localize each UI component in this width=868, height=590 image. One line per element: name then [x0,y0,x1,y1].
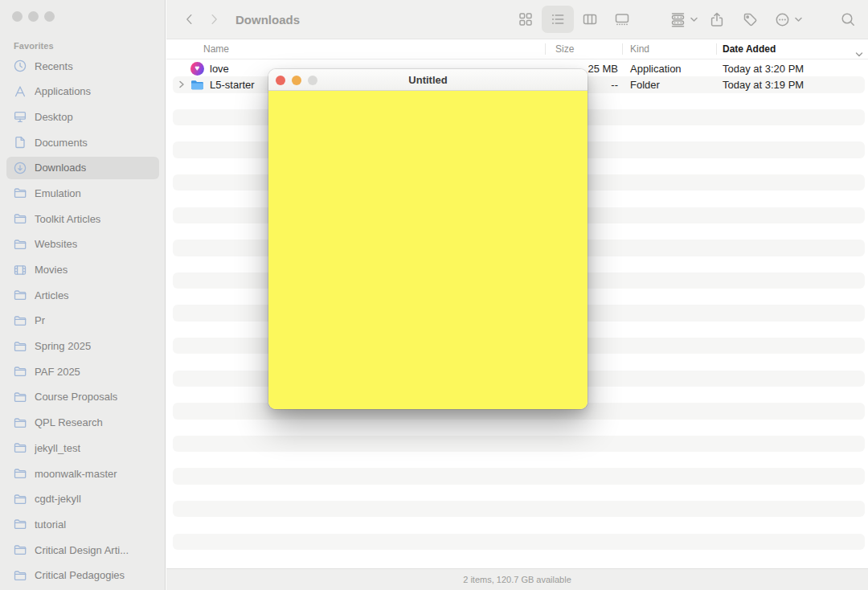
file-name: love [210,63,229,75]
sidebar-item-recents[interactable]: Recents [6,55,159,77]
sidebar-item-label: Applications [35,85,91,97]
sidebar-item-cgdt-jekyll[interactable]: cgdt-jekyll [6,488,159,510]
document-icon [13,135,27,150]
row-stripe [173,468,865,484]
column-divider [716,43,717,55]
sidebar-item-course-proposals[interactable]: Course Proposals [6,386,159,408]
folder-icon [13,313,27,328]
chevron-left-icon [182,12,197,27]
empty-row [166,501,868,517]
status-text: 2 items, 120.7 GB available [463,575,571,584]
close-button[interactable] [276,76,285,85]
applications-icon [13,84,27,99]
column-divider [545,43,546,55]
sidebar-item-label: Course Proposals [35,391,117,403]
sidebar-item-label: tutorial [35,518,66,531]
sidebar-item-emulation[interactable]: Emulation [6,182,159,204]
column-header-kind[interactable]: Kind [622,39,716,59]
zoom-button [308,76,317,85]
sidebar-item-critical-pedagogies[interactable]: Critical Pedagogies [6,564,159,587]
column-view-icon [582,11,598,27]
list-view-button[interactable] [542,6,574,33]
empty-row [166,485,868,501]
folder-icon [13,416,27,430]
forward-button[interactable] [202,7,226,31]
search-button[interactable] [840,6,857,33]
sidebar-item-label: Movies [35,264,68,276]
file-date-added: Today at 3:20 PM [716,60,868,76]
sidebar-item-spring-2025[interactable]: Spring 2025 [6,335,159,358]
sidebar-item-tutorial[interactable]: tutorial [6,513,159,535]
column-header-date-added[interactable]: Date Added [716,39,868,59]
sidebar-item-applications[interactable]: Applications [6,80,159,103]
share-button[interactable] [709,6,725,33]
more-options-icon [774,11,791,28]
folder-icon [13,543,27,557]
empty-row [166,550,868,566]
sidebar-item-websites[interactable]: Websites [6,233,159,256]
folder-icon [13,364,27,379]
sidebar-item-jekyll-test[interactable]: jekyll_test [6,436,159,459]
zoom-button[interactable] [44,11,55,22]
love-app-icon: ♥ [190,62,204,76]
folder-icon [13,288,27,302]
clock-icon [13,59,27,73]
gallery-view-button[interactable] [606,6,638,33]
sticky-note-window[interactable]: Untitled [268,69,588,409]
empty-row [166,436,868,452]
sidebar-item-label: moonwalk-master [35,468,117,480]
sidebar-item-label: Recents [35,60,73,72]
file-kind: Application [622,60,716,76]
close-button[interactable] [12,11,23,22]
empty-row [166,452,868,468]
sidebar-item-documents[interactable]: Documents [6,131,159,154]
sidebar-item-critical-design-arti-[interactable]: Critical Design Arti... [6,539,159,561]
sidebar-item-articles[interactable]: Articles [6,284,159,306]
sidebar-item-label: Websites [35,238,77,250]
minimize-button[interactable] [292,76,301,85]
folder-icon [13,211,27,226]
search-icon [840,11,857,28]
sticky-note-body[interactable] [268,91,588,409]
sidebar-item-label: Spring 2025 [35,340,91,352]
list-column-header: NameSizeKindDate Added [166,39,868,59]
minimize-button[interactable] [28,11,39,22]
sidebar-item-downloads[interactable]: Downloads [6,157,159,179]
column-header-name[interactable]: Name [166,39,545,59]
sidebar-item-qpl-research[interactable]: QPL Research [6,412,159,434]
file-name: L5-starter [210,79,255,91]
sidebar-item-toolkit-articles[interactable]: Toolkit Articles [6,207,159,230]
row-stripe [173,436,865,452]
more-button[interactable] [774,6,802,33]
chevron-down-icon [690,17,698,23]
column-divider [622,43,623,55]
finder-sidebar: Favorites RecentsApplicationsDesktopDocu… [0,0,166,590]
downloads-icon [13,161,27,175]
disclosure-chevron-icon[interactable] [176,80,187,88]
folder-icon [13,568,27,583]
sidebar-section-label: Favorites [14,41,54,51]
sidebar-item-moonwalk-master[interactable]: moonwalk-master [6,462,159,485]
column-header-size[interactable]: Size [545,39,622,59]
folder-icon [13,517,27,531]
group-button[interactable] [669,6,698,33]
sidebar-item-label: Emulation [35,187,81,199]
sort-direction-chevron-icon[interactable] [855,47,863,61]
sidebar-item-label: PAF 2025 [35,366,80,378]
back-button[interactable] [178,7,202,31]
folder-icon [13,237,27,252]
empty-row [166,420,868,436]
sidebar-item-movies[interactable]: Movies [6,259,159,281]
icon-view-button[interactable] [510,6,542,33]
sidebar-item-desktop[interactable]: Desktop [6,105,159,128]
share-icon [709,11,725,28]
sidebar-item-label: Toolkit Articles [35,213,100,225]
sidebar-item-label: jekyll_test [35,442,80,454]
folder-icon [13,440,27,455]
sticky-note-titlebar[interactable]: Untitled [268,69,588,91]
tags-button[interactable] [742,6,759,33]
sidebar-item-paf-2025[interactable]: PAF 2025 [6,360,159,383]
window-title: Downloads [235,13,300,27]
column-view-button[interactable] [574,6,606,33]
sidebar-item-pr[interactable]: Pr [6,309,159,332]
